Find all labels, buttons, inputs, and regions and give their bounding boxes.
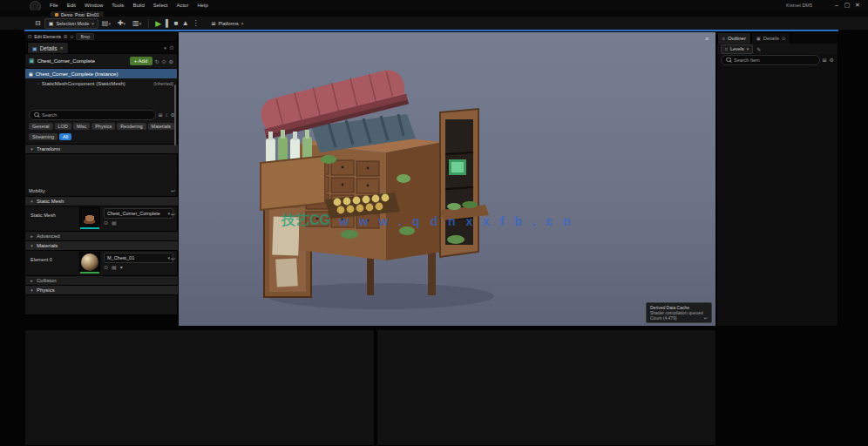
material-row: Element 0 M_Chest_01 ▾ ⊙ ▤ ▾ ↩ <box>25 250 179 274</box>
gear-icon[interactable]: ⚙ <box>830 57 834 63</box>
layout-icon[interactable]: ⊡ <box>168 45 177 51</box>
section-label: Collision <box>37 278 57 283</box>
tab-outliner[interactable]: ≡ Outliner <box>717 32 751 44</box>
outliner-search-row: Search Item ⊞ ⚙ <box>717 54 837 65</box>
component-row[interactable]: ◦StaticMeshComponent (StaticMesh)(Inheri… <box>25 78 177 88</box>
maximize-button[interactable]: ▢ <box>842 0 852 10</box>
pin-icon[interactable]: ⊙ <box>782 36 785 41</box>
viewport[interactable]: 技艺CG w w w . q d n x x f b . c n ≡ Deriv… <box>178 31 716 327</box>
filter-chip-rendering[interactable]: Rendering <box>117 123 146 130</box>
chevron-down-icon: ▾ <box>30 287 34 293</box>
details-tab[interactable]: ▣ Details ✕ <box>27 42 69 53</box>
browse-to-icon[interactable]: ▤ <box>112 264 117 270</box>
section-label: Materials <box>37 243 58 248</box>
filter-chip-misc[interactable]: Misc <box>73 123 90 130</box>
content-drawer-icon[interactable]: ⊟ <box>31 19 44 27</box>
use-selected-icon[interactable]: ⊙ <box>104 220 108 226</box>
menu-window[interactable]: Window <box>80 0 107 10</box>
monitor-icon: ⊞ <box>212 20 216 26</box>
refresh-icon[interactable]: ↻ <box>155 58 159 64</box>
dock-icon[interactable]: ⊡ <box>28 34 31 39</box>
close-button[interactable]: ✕ <box>852 0 863 10</box>
tab-label: Details <box>763 36 779 41</box>
viewport-menu-icon[interactable]: ≡ <box>705 36 709 42</box>
selection-mode-dropdown[interactable]: ▣ Selection Mode ▾ <box>44 18 98 29</box>
inherited-note: (Inherited) <box>153 81 173 86</box>
edit-icon[interactable]: ✎ <box>756 46 761 52</box>
section-label: Advanced <box>37 233 60 239</box>
outliner-panel: ≡ Outliner ▣ Details ⊙ ≡ Levels ▾ ✎ Sear… <box>716 31 838 327</box>
chevron-down-icon: ▾ <box>30 199 34 204</box>
level-tab-row: Demo_Prop_Elm01 <box>0 10 868 17</box>
filter-chip-physics[interactable]: Physics <box>92 123 115 130</box>
menu-edit[interactable]: Edit <box>63 0 80 10</box>
brep-tab[interactable]: Brep <box>76 33 94 40</box>
filter-chip-all[interactable]: All <box>59 133 71 140</box>
more-options-icon[interactable]: ▾ <box>120 264 123 270</box>
sort-icon[interactable]: ↕ <box>166 112 168 118</box>
play-button[interactable]: ▶ <box>153 19 164 28</box>
menu-build[interactable]: Build <box>128 0 148 10</box>
details-tab-icon: ▣ <box>32 45 37 51</box>
search-icon <box>34 112 39 118</box>
filter-chip-materials[interactable]: Materials <box>148 123 174 130</box>
quick-add-dropdown[interactable]: ✚▾ <box>114 19 129 27</box>
play-options-kebab-icon[interactable]: ⋮ <box>191 19 201 27</box>
selection-mode-label: Selection Mode <box>56 21 89 26</box>
outliner-search-input[interactable]: Search Item <box>721 55 820 65</box>
levels-dropdown[interactable]: ≡ Levels ▾ <box>721 44 753 54</box>
menu-file[interactable]: File <box>45 0 63 10</box>
reset-icon[interactable]: ↩ <box>171 211 175 217</box>
close-icon[interactable]: ✕ <box>60 45 64 51</box>
blueprints-dropdown[interactable]: ▤▾ <box>98 19 114 27</box>
add-component-button[interactable]: + Add <box>130 57 153 65</box>
eject-button[interactable]: ▲ <box>180 19 191 27</box>
grid-icon[interactable]: ⊞ <box>64 34 67 39</box>
staticmesh-combo[interactable]: Chest_Corner_Complete ▾ <box>104 208 173 219</box>
gear-icon[interactable]: ⚙ <box>169 58 173 64</box>
reset-icon[interactable]: ↩ <box>171 255 175 261</box>
details-scrollbar[interactable] <box>174 84 176 145</box>
edit-elements-toggle[interactable]: Edit Elements <box>34 34 61 39</box>
stop-button[interactable]: ■ <box>173 19 180 27</box>
transform-section-header[interactable]: ▾ Transform <box>25 144 187 154</box>
browse-icon[interactable]: ⊙ <box>162 58 166 64</box>
section-label: Static Mesh <box>37 199 64 204</box>
search-placeholder: Search Item <box>734 57 760 63</box>
menu-actor[interactable]: Actor <box>172 0 193 10</box>
browse-to-icon[interactable]: ▤ <box>112 220 117 226</box>
add-icon[interactable]: ⊞ <box>823 57 827 63</box>
material-combo[interactable]: M_Chest_01 ▾ <box>104 253 173 263</box>
cinematics-dropdown[interactable]: ▥▾ <box>129 19 145 27</box>
material-thumbnail[interactable] <box>79 252 100 273</box>
platforms-label: Platforms <box>219 21 239 26</box>
component-row[interactable]: ▣Chest_Corner_Complete (Instance) <box>25 69 177 78</box>
minimize-button[interactable]: – <box>831 0 842 10</box>
physics-section-header[interactable]: ▾ Physics <box>25 285 187 295</box>
toast-line-3: Count (4,479) <box>650 315 677 321</box>
details-search-input[interactable]: Search <box>29 110 156 120</box>
details-tab-row: ▣ Details ✕ ▾ ⊡ <box>25 42 177 54</box>
actor-title: Chest_Corner_Complete <box>37 58 95 64</box>
filter-chip-lod[interactable]: LOD <box>55 123 71 130</box>
menu-select[interactable]: Select <box>149 0 173 10</box>
platforms-dropdown[interactable]: ⊞ Platforms ▾ <box>208 19 248 28</box>
pin-icon[interactable]: ⊙ <box>70 34 73 39</box>
menu-help[interactable]: Help <box>193 0 212 10</box>
levels-label: Levels <box>730 46 744 51</box>
window-controls: –▢✕ <box>831 0 863 10</box>
component-label: Chest_Corner_Complete (Instance) <box>36 71 119 77</box>
filter-chip-general[interactable]: General <box>29 123 53 130</box>
notification-toast[interactable]: Derived Data Cache Shader compilation qu… <box>646 302 712 323</box>
filter-chip-streaming[interactable]: Streaming <box>29 133 58 140</box>
details-mini-strip: ⊡ Edit Elements ⊞ ⊙ Brep <box>25 32 177 42</box>
tab-details[interactable]: ▣ Details ⊙ <box>751 32 790 44</box>
reset-icon[interactable]: ↩ <box>171 187 175 193</box>
use-selected-icon[interactable]: ⊙ <box>104 264 108 270</box>
expand-icon[interactable]: ⊞ <box>159 112 163 118</box>
staticmesh-label: Static Mesh <box>31 213 56 218</box>
menu-tools[interactable]: Tools <box>107 0 128 10</box>
list-icon: ≡ <box>722 36 725 41</box>
staticmesh-thumbnail[interactable] <box>79 207 100 228</box>
frame-skip-button[interactable]: ▌ <box>164 19 173 27</box>
